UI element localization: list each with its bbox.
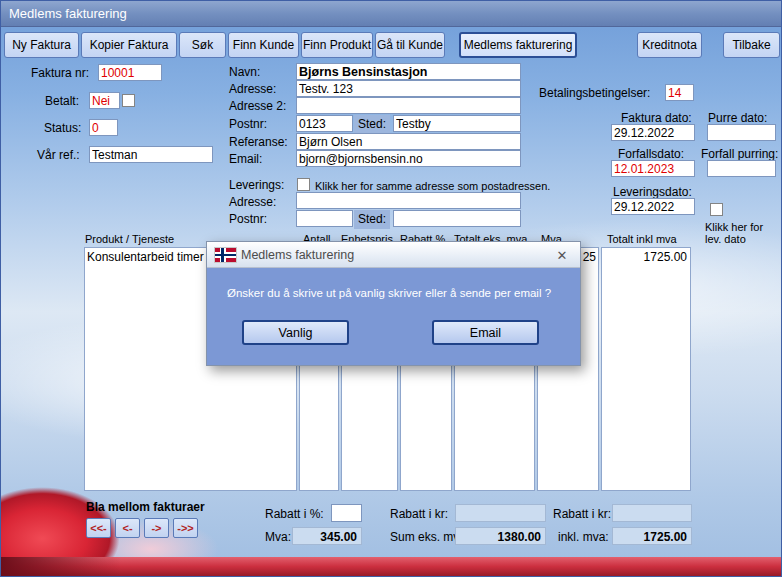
sted-input[interactable]: [393, 115, 521, 132]
inkl-mva-field: 1725.00: [612, 527, 692, 545]
red-flower-strip: [1, 557, 782, 577]
delivery-adresse-label: Adresse:: [229, 195, 276, 209]
rabatt-kr-label-1: Rabatt i kr:: [390, 507, 448, 521]
header-produkt-tjeneste: Produkt / Tjeneste: [85, 233, 174, 245]
delivery-postnr-label: Postnr:: [229, 212, 267, 226]
rabatt-kr-field-2: [612, 504, 692, 522]
window-titlebar[interactable]: Medlems fakturering: [1, 1, 781, 27]
faktura-dato-input[interactable]: [611, 124, 695, 141]
rabatt-pct-label: Rabatt i %:: [265, 507, 324, 521]
var-ref-input[interactable]: [89, 146, 213, 163]
delivery-postnr-input[interactable]: [296, 210, 353, 227]
leverings-label: Leverings:: [229, 178, 284, 192]
forfall-purring-input[interactable]: [707, 160, 776, 177]
row1-produkt-cell: Konsulentarbeid timer: [87, 250, 204, 264]
window-title: Medlems fakturering: [9, 6, 127, 21]
sum-eks-mva-field: 1380.00: [455, 527, 546, 545]
nav-prev-invoice-button[interactable]: <-: [115, 518, 140, 538]
var-ref-label: Vår ref.:: [37, 148, 80, 162]
toolbar-button-kreditnota[interactable]: Kreditnota: [637, 32, 702, 58]
postnr-input[interactable]: [296, 115, 353, 132]
norway-flag-icon: [215, 248, 236, 262]
adresse2-input[interactable]: [296, 97, 521, 114]
toolbar-button-medlems-fakturering[interactable]: Medlems fakturering: [459, 32, 577, 58]
referanse-label: Referanse:: [229, 135, 288, 149]
betalingsbetingelser-input[interactable]: [665, 84, 694, 101]
rabatt-kr-field-1: [455, 504, 546, 522]
rabatt-kr-label-2: Rabatt i kr:: [553, 507, 611, 521]
toolbar-button-ga-til-kunde[interactable]: Gå til Kunde: [375, 32, 445, 58]
betalt-checkbox[interactable]: [122, 94, 135, 107]
inkl-mva-label: inkl. mva:: [558, 530, 609, 544]
adresse-label: Adresse:: [229, 82, 276, 96]
lev-dato-hint: Klikk her for lev. dato: [705, 221, 773, 245]
toolbar-button-sok[interactable]: Søk: [179, 32, 226, 58]
delivery-sted-label: Sted:: [354, 210, 390, 229]
leveringsdato-label: Leveringsdato:: [613, 185, 692, 199]
adresse2-label: Adresse 2:: [229, 99, 286, 113]
app-window: Medlems fakturering Ny Faktura Kopier Fa…: [0, 0, 782, 577]
status-label: Status:: [44, 121, 81, 135]
row1-totalt-inkl-mva-cell: 1725.00: [603, 250, 687, 264]
faktura-dato-label: Faktura dato:: [621, 111, 692, 125]
toolbar-button-finn-produkt[interactable]: Finn Produkt: [301, 32, 373, 58]
same-address-hint: Klikk her for samme adresse som postadre…: [315, 180, 550, 192]
navn-label: Navn:: [229, 65, 260, 79]
betalt-input[interactable]: [89, 92, 120, 109]
forfall-purring-label: Forfall purring:: [701, 147, 778, 161]
mva-field: 345.00: [292, 527, 362, 545]
rabatt-pct-input[interactable]: [331, 504, 362, 522]
nav-last-invoice-button[interactable]: ->>: [173, 518, 198, 538]
close-icon[interactable]: ✕: [553, 246, 571, 264]
purre-dato-input[interactable]: [707, 124, 776, 141]
browse-label: Bla mellom fakturaer: [86, 500, 205, 514]
email-label: Email:: [229, 152, 262, 166]
toolbar-button-kopier-faktura[interactable]: Kopier Faktura: [81, 32, 177, 58]
print-dialog-title: Medlems fakturering: [241, 248, 354, 262]
navn-input[interactable]: [296, 63, 521, 80]
toolbar-button-tilbake[interactable]: Tilbake: [723, 32, 780, 58]
forfallsdato-input[interactable]: [611, 160, 695, 177]
delivery-adresse-input[interactable]: [296, 192, 521, 209]
column-totalt-inkl-mva[interactable]: [601, 247, 691, 491]
referanse-input[interactable]: [296, 133, 521, 150]
faktura-nr-label: Faktura nr:: [31, 66, 89, 80]
forfallsdato-label: Forfallsdato:: [618, 147, 684, 161]
mva-label: Mva:: [265, 530, 291, 544]
same-address-checkbox[interactable]: [297, 178, 310, 191]
status-input[interactable]: [89, 119, 118, 136]
postnr-label: Postnr:: [229, 117, 267, 131]
nav-next-invoice-button[interactable]: ->: [144, 518, 169, 538]
print-dialog-titlebar[interactable]: Medlems fakturering ✕: [207, 242, 580, 268]
betalt-label: Betalt:: [45, 94, 79, 108]
header-totalt-inkl-mva: Totalt inkl mva: [607, 233, 677, 245]
nav-first-invoice-button[interactable]: <<-: [86, 518, 111, 538]
toolbar-button-finn-kunde[interactable]: Finn Kunde: [228, 32, 299, 58]
betalingsbetingelser-label: Betalingsbetingelser:: [539, 86, 650, 100]
lev-dato-checkbox[interactable]: [710, 203, 723, 216]
purre-dato-label: Purre dato:: [708, 111, 767, 125]
leveringsdato-input[interactable]: [611, 198, 695, 215]
email-button[interactable]: Email: [432, 320, 539, 345]
email-input[interactable]: [296, 150, 521, 167]
toolbar-button-ny-faktura[interactable]: Ny Faktura: [4, 32, 79, 58]
sted-label: Sted:: [354, 115, 390, 134]
print-dialog-message: Ønsker du å skrive ut på vanlig skriver …: [227, 287, 551, 299]
adresse-input[interactable]: [296, 80, 521, 97]
delivery-sted-input[interactable]: [393, 210, 521, 227]
print-dialog: Medlems fakturering ✕ Ønsker du å skrive…: [206, 241, 581, 366]
vanlig-button[interactable]: Vanlig: [242, 320, 349, 345]
faktura-nr-input[interactable]: [98, 64, 162, 81]
